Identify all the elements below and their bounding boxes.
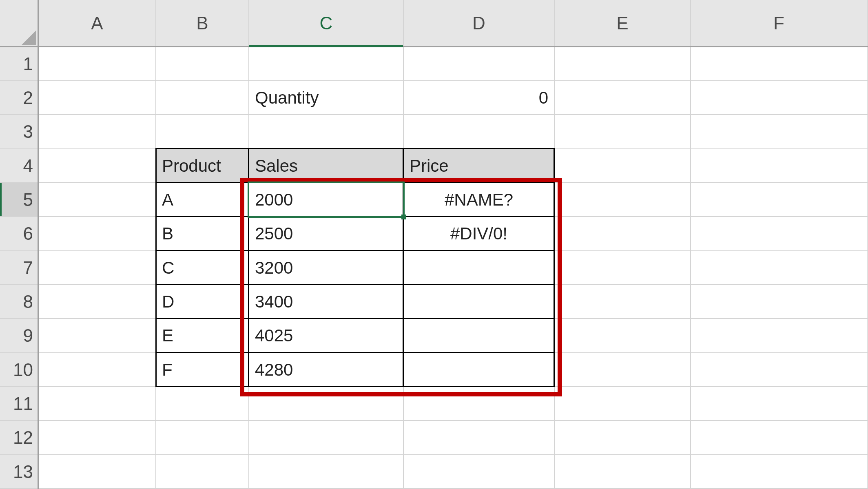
- cell-D2[interactable]: 0: [404, 81, 554, 114]
- cell-text: 3200: [255, 258, 293, 278]
- cell-text: 4280: [255, 360, 293, 380]
- cell-D7[interactable]: [404, 251, 554, 284]
- col-header-label: F: [773, 13, 784, 33]
- cell-text: 3400: [255, 292, 293, 312]
- cell-C8[interactable]: 3400: [249, 285, 403, 318]
- row-header-9[interactable]: 9: [0, 319, 38, 352]
- row-header-8[interactable]: 8: [0, 285, 38, 318]
- row-header-4[interactable]: 4: [0, 149, 38, 182]
- cell-D5[interactable]: #NAME?: [404, 183, 554, 216]
- cell-text: B: [162, 224, 173, 243]
- cell-text: D: [162, 292, 174, 312]
- row-header-10[interactable]: 10: [0, 353, 38, 386]
- cell-B7[interactable]: C: [156, 251, 248, 284]
- cell-text: C: [162, 258, 174, 278]
- cell-text: #NAME?: [445, 190, 513, 210]
- row-header-label: 3: [23, 122, 33, 142]
- row-header-label: 4: [23, 156, 33, 176]
- cell-B4[interactable]: Product: [156, 149, 248, 182]
- col-header-label: E: [616, 13, 628, 33]
- cell-B10[interactable]: F: [156, 353, 248, 386]
- row-header-12[interactable]: 12: [0, 421, 38, 454]
- cell-D4[interactable]: Price: [404, 149, 554, 182]
- col-header-label: D: [472, 13, 485, 33]
- cell-C7[interactable]: 3200: [249, 251, 403, 284]
- cell-C10[interactable]: 4280: [249, 353, 403, 386]
- cell-C6[interactable]: 2500: [249, 217, 403, 250]
- cell-text: Sales: [255, 156, 298, 176]
- row-header-label: 1: [23, 54, 33, 74]
- cell-D10[interactable]: [404, 353, 554, 386]
- row-header-6[interactable]: 6: [0, 217, 38, 250]
- select-all-triangle-icon: [22, 30, 36, 45]
- cell-text: Price: [410, 156, 449, 176]
- cell-C9[interactable]: 4025: [249, 319, 403, 352]
- col-header-B[interactable]: B: [156, 0, 248, 46]
- row-header-label: 11: [13, 394, 33, 414]
- cell-B5[interactable]: A: [156, 183, 248, 216]
- row-header-label: 7: [23, 258, 33, 278]
- cell-text: Quantity: [255, 88, 319, 108]
- row-header-label: 8: [23, 292, 33, 312]
- row-header-7[interactable]: 7: [0, 251, 38, 284]
- cell-text: F: [162, 360, 173, 380]
- col-header-active-underline: [249, 45, 403, 47]
- cell-text: A: [162, 190, 173, 210]
- cell-B8[interactable]: D: [156, 285, 248, 318]
- row-header-1[interactable]: 1: [0, 47, 38, 80]
- row-header-3[interactable]: 3: [0, 115, 38, 148]
- col-header-C[interactable]: C: [249, 0, 403, 46]
- cell-D9[interactable]: [404, 319, 554, 352]
- col-header-label: C: [320, 13, 333, 33]
- col-header-A[interactable]: A: [39, 0, 155, 46]
- cell-text: #DIV/0!: [450, 224, 507, 243]
- cell-text: 2500: [255, 224, 293, 243]
- cell-D6[interactable]: #DIV/0!: [404, 217, 554, 250]
- row-header-11[interactable]: 11: [0, 387, 38, 420]
- row-header-label: 5: [23, 190, 33, 210]
- col-header-label: A: [91, 13, 103, 33]
- row-header-label: 10: [13, 360, 33, 380]
- row-header-label: 2: [23, 88, 33, 108]
- cell-text: Product: [162, 156, 221, 176]
- cell-text: E: [162, 326, 173, 345]
- col-header-F[interactable]: F: [691, 0, 867, 46]
- row-header-13[interactable]: 13: [0, 455, 38, 488]
- cell-D8[interactable]: [404, 285, 554, 318]
- row-header-label: 13: [13, 462, 33, 482]
- cell-text: 2000: [255, 190, 293, 210]
- col-header-E[interactable]: E: [555, 0, 690, 46]
- spreadsheet[interactable]: A B C D E F 1 2 3 4 5 6 7 8 9 10 11 12 1…: [0, 0, 868, 489]
- cell-B9[interactable]: E: [156, 319, 248, 352]
- select-all-corner[interactable]: [0, 0, 39, 47]
- cell-C5[interactable]: 2000: [249, 183, 403, 216]
- row-header-2[interactable]: 2: [0, 81, 38, 114]
- row-header-label: 6: [23, 223, 33, 244]
- col-header-D[interactable]: D: [404, 0, 554, 46]
- col-header-label: B: [196, 13, 208, 33]
- row-header-label: 12: [13, 427, 33, 448]
- cell-C2[interactable]: Quantity: [249, 81, 403, 114]
- cell-text: 0: [539, 88, 548, 108]
- row-header-5[interactable]: 5: [0, 183, 38, 216]
- cell-C4[interactable]: Sales: [249, 149, 403, 182]
- cell-B6[interactable]: B: [156, 217, 248, 250]
- cell-text: 4025: [255, 326, 293, 345]
- row-header-label: 9: [23, 325, 33, 346]
